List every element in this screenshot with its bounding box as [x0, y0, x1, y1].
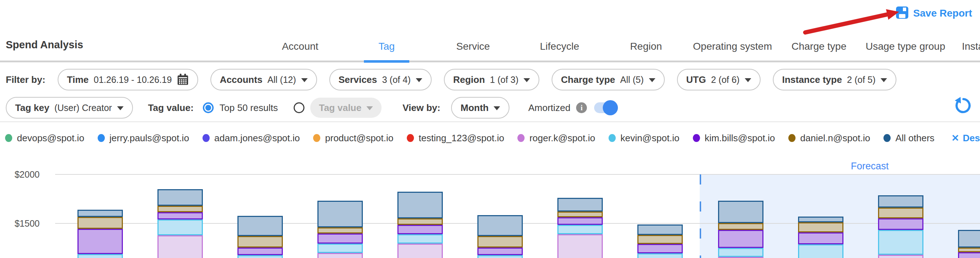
bar-segment-kim-bills-spot-io	[798, 233, 843, 244]
filter-pill-region[interactable]: Region1 (of 3)	[444, 69, 539, 91]
filter-pill-accounts[interactable]: AccountsAll (12)	[210, 69, 317, 91]
bar-segment-all-others	[798, 217, 843, 222]
bar-segment-roger-k-spot-io	[398, 244, 443, 258]
legend-color-dot	[5, 134, 12, 142]
chart-bar-8[interactable]	[637, 225, 683, 258]
bar-segment-roger-k-spot-io	[317, 253, 363, 258]
reset-refresh-button[interactable]	[953, 97, 971, 116]
bar-segment-kevin-spot-io	[477, 255, 523, 258]
tab-instance-type[interactable]: Instance type	[949, 32, 980, 61]
amortized-toggle[interactable]	[594, 102, 616, 113]
tab-label: Instance type	[962, 41, 980, 52]
tag-value-radio[interactable]	[294, 102, 304, 113]
toggle-knob	[603, 100, 618, 115]
bar-segment-daniel-n-spot-io	[78, 217, 123, 229]
bar-segment-all-others	[398, 192, 443, 218]
bar-segment-daniel-n-spot-io	[158, 206, 203, 212]
chart-bar-6[interactable]	[477, 215, 523, 258]
pill-value: 2 (of 6)	[711, 75, 739, 85]
bar-segment-all-others	[958, 230, 980, 248]
bar-segment-kim-bills-spot-io	[718, 230, 764, 248]
pill-label: Region	[453, 74, 485, 85]
bar-segment-all-others	[637, 225, 683, 235]
legend-item-testing-123-spot-io[interactable]: testing_123@spot.io	[407, 132, 504, 144]
legend-item-jerry-pauls-spot-io[interactable]: jerry.pauls@spot.io	[98, 132, 189, 144]
bar-segment-kim-bills-spot-io	[78, 229, 123, 254]
tab-usage-type-group[interactable]: Usage type group	[862, 32, 949, 61]
legend-color-dot	[202, 134, 210, 142]
forecast-chart-bar-11[interactable]	[878, 195, 923, 258]
bar-segment-all-others	[237, 216, 283, 236]
view-by-dropdown[interactable]: Month	[451, 97, 509, 119]
bar-segment-kim-bills-spot-io	[958, 252, 980, 258]
tag-key-dropdown[interactable]: Tag key (User) Creator	[6, 97, 133, 119]
filter-pill-time[interactable]: Time01.26.19 - 10.26.19	[58, 69, 198, 91]
save-report-button[interactable]: Save Report	[895, 6, 972, 21]
legend-color-dot	[883, 134, 891, 142]
pill-value: 01.26.19 - 10.26.19	[94, 75, 172, 85]
legend-item-product-spot-io[interactable]: product@spot.io	[313, 132, 393, 144]
bar-segment-daniel-n-spot-io	[477, 236, 523, 248]
bar-segment-kim-bills-spot-io	[158, 212, 203, 220]
bar-segment-kevin-spot-io	[798, 244, 843, 258]
tab-operating-system[interactable]: Operating system	[689, 32, 776, 61]
chart-bar-3[interactable]	[237, 216, 283, 258]
calendar-icon	[177, 73, 189, 86]
legend-item-label: kevin@spot.io	[620, 132, 679, 144]
tab-charge-type[interactable]: Charge type	[776, 32, 862, 61]
tag-value-pill-label: Tag value	[319, 102, 361, 113]
chart-bar-2[interactable]	[158, 189, 203, 258]
legend-color-dot	[98, 134, 105, 142]
pill-label: Services	[339, 74, 377, 85]
bar-segment-daniel-n-spot-io	[718, 223, 764, 230]
page-title: Spend Analysis	[6, 39, 83, 51]
legend-color-dot	[788, 134, 795, 142]
pill-value: 3 (of 4)	[382, 75, 411, 85]
forecast-chart-bar-9[interactable]	[718, 201, 764, 258]
chart-bar-1[interactable]	[78, 210, 123, 258]
filter-pill-services[interactable]: Services3 (of 4)	[329, 69, 432, 91]
forecast-divider-line	[700, 174, 701, 258]
tab-service[interactable]: Service	[430, 32, 516, 61]
tab-region[interactable]: Region	[603, 32, 689, 61]
refresh-icon	[953, 97, 971, 115]
pill-value: 2 (of 5)	[847, 75, 875, 85]
filter-bar: Filter by: Time01.26.19 - 10.26.19Accoun…	[0, 65, 980, 94]
chevron-down-icon	[649, 78, 655, 82]
bar-segment-kim-bills-spot-io	[878, 218, 923, 230]
legend-item-kim-bills-spot-io[interactable]: kim.bills@spot.io	[693, 132, 775, 144]
bar-segment-kim-bills-spot-io	[637, 244, 683, 253]
bar-segment-roger-k-spot-io	[158, 235, 203, 258]
chart-bar-5[interactable]	[398, 192, 443, 258]
tab-account[interactable]: Account	[257, 32, 344, 61]
chart-bar-7[interactable]	[557, 198, 603, 258]
forecast-chart-bar-10[interactable]	[798, 217, 843, 258]
legend-item-adam-jones-spot-io[interactable]: adam.jones@spot.io	[202, 132, 300, 144]
deselect-x-icon: ✕	[951, 132, 959, 144]
chart-bar-4[interactable]	[317, 201, 363, 258]
top-50-results-radio[interactable]	[203, 102, 214, 113]
forecast-chart-bar-12[interactable]	[958, 230, 980, 258]
bar-segment-kim-bills-spot-io	[557, 217, 603, 225]
top-50-results-option-label: Top 50 results	[220, 102, 278, 113]
deselect-all-label: Deselect All	[963, 132, 980, 144]
filter-pill-charge-type[interactable]: Charge typeAll (5)	[552, 69, 665, 91]
legend-item-label: devops@spot.io	[17, 132, 84, 144]
legend-item-devops-spot-io[interactable]: devops@spot.io	[5, 132, 84, 144]
legend-item-roger-k-spot-io[interactable]: roger.k@spot.io	[517, 132, 595, 144]
legend-item-daniel-n-spot-io[interactable]: daniel.n@spot.io	[788, 132, 870, 144]
bar-segment-all-others	[477, 215, 523, 236]
tab-tag[interactable]: Tag	[344, 32, 430, 61]
filter-pill-utg[interactable]: UTG2 (of 6)	[677, 69, 760, 91]
pill-label: UTG	[686, 74, 706, 85]
legend-color-dot	[313, 134, 320, 142]
tab-lifecycle[interactable]: Lifecycle	[516, 32, 603, 61]
chevron-down-icon	[416, 78, 422, 82]
deselect-all-button[interactable]: ✕Deselect All	[951, 132, 980, 144]
legend-color-dot	[693, 134, 700, 142]
legend-item-all-others[interactable]: All others	[883, 132, 934, 144]
filter-pill-instance-type[interactable]: Instance type2 (of 5)	[773, 69, 896, 91]
bar-segment-kevin-spot-io	[78, 254, 123, 258]
info-icon[interactable]: i	[576, 102, 587, 113]
legend-item-kevin-spot-io[interactable]: kevin@spot.io	[609, 132, 679, 144]
